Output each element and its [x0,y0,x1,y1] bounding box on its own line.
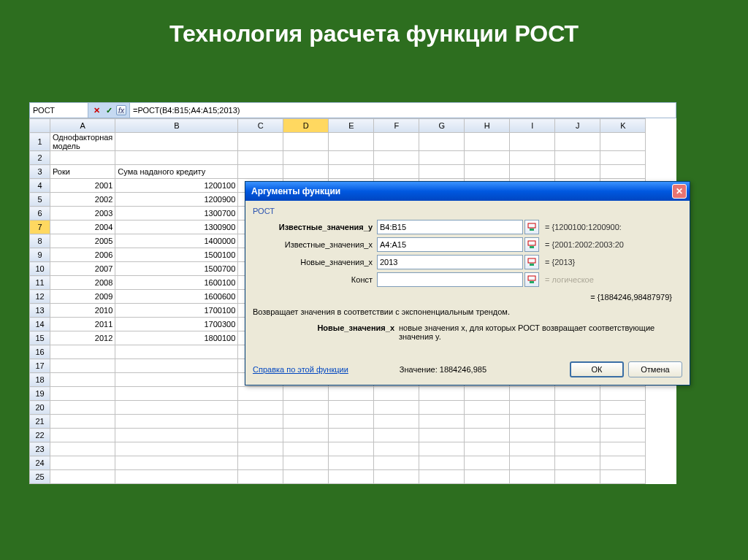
arg-input-0[interactable] [377,220,523,234]
cell-J3[interactable] [555,165,600,179]
cell-B6[interactable]: 1300700 [115,207,238,220]
row-header-19[interactable]: 19 [30,387,50,401]
cell-A21[interactable] [50,415,115,429]
row-header-20[interactable]: 20 [30,401,50,415]
cell-G24[interactable] [419,456,465,470]
row-header-16[interactable]: 16 [30,345,50,359]
cell-I24[interactable] [510,456,555,470]
cell-H2[interactable] [465,151,510,165]
cell-D1[interactable] [283,133,329,151]
cell-G19[interactable] [419,387,465,401]
cell-B14[interactable]: 1700300 [115,318,238,331]
row-header-4[interactable]: 4 [30,179,50,193]
row-header-5[interactable]: 5 [30,193,50,207]
cell-A23[interactable] [50,442,115,456]
cell-I25[interactable] [510,470,555,484]
cell-K3[interactable] [600,165,646,179]
cell-A10[interactable]: 2007 [50,262,115,276]
cancel-button[interactable]: Отмена [628,361,682,377]
cell-E22[interactable] [329,429,374,442]
cell-I23[interactable] [510,442,555,456]
cell-C2[interactable] [238,151,283,165]
ok-button[interactable]: ОК [570,361,624,377]
row-header-25[interactable]: 25 [30,470,50,484]
cell-E2[interactable] [329,151,374,165]
cell-D3[interactable] [283,165,329,179]
cell-B9[interactable]: 1500100 [115,248,238,262]
cell-B5[interactable]: 1200900 [115,193,238,207]
cell-D19[interactable] [283,387,329,401]
cell-G2[interactable] [419,151,465,165]
col-header-G[interactable]: G [419,119,465,133]
cell-C24[interactable] [238,456,283,470]
cell-G23[interactable] [419,442,465,456]
select-all-corner[interactable] [30,119,50,133]
cell-A18[interactable] [50,373,115,387]
cell-A24[interactable] [50,456,115,470]
cell-J19[interactable] [555,387,600,401]
cell-A20[interactable] [50,401,115,415]
row-header-15[interactable]: 15 [30,331,50,345]
cell-E19[interactable] [329,387,374,401]
range-select-icon[interactable] [524,220,539,234]
cell-J1[interactable] [555,133,600,151]
cell-H21[interactable] [465,415,510,429]
col-header-E[interactable]: E [329,119,374,133]
cell-D25[interactable] [283,470,329,484]
cell-G1[interactable] [419,133,465,151]
cancel-formula-icon[interactable]: ✕ [91,105,102,115]
cell-I22[interactable] [510,429,555,442]
row-header-10[interactable]: 10 [30,262,50,276]
cell-F21[interactable] [374,415,419,429]
cell-G22[interactable] [419,429,465,442]
cell-B23[interactable] [115,442,238,456]
row-header-14[interactable]: 14 [30,318,50,331]
cell-C23[interactable] [238,442,283,456]
cell-B17[interactable] [115,359,238,373]
cell-H24[interactable] [465,456,510,470]
cell-B3[interactable]: Сума наданого кредиту [115,165,238,179]
row-header-12[interactable]: 12 [30,290,50,304]
cell-C1[interactable] [238,133,283,151]
col-header-C[interactable]: C [238,119,283,133]
cell-D23[interactable] [283,442,329,456]
range-select-icon[interactable] [524,272,539,287]
cell-B2[interactable] [115,151,238,165]
cell-B1[interactable] [115,133,238,151]
cell-G20[interactable] [419,401,465,415]
cell-E25[interactable] [329,470,374,484]
col-header-H[interactable]: H [465,119,510,133]
cell-B25[interactable] [115,470,238,484]
col-header-D[interactable]: D [283,119,329,133]
cell-F2[interactable] [374,151,419,165]
cell-A4[interactable]: 2001 [50,179,115,193]
cell-J21[interactable] [555,415,600,429]
cell-A16[interactable] [50,345,115,359]
cell-F23[interactable] [374,442,419,456]
arg-input-1[interactable] [377,237,523,252]
cell-C3[interactable] [238,165,283,179]
cell-E21[interactable] [329,415,374,429]
cell-B21[interactable] [115,415,238,429]
cell-J20[interactable] [555,401,600,415]
cell-J22[interactable] [555,429,600,442]
dialog-titlebar[interactable]: Аргументы функции ✕ [245,182,690,201]
cell-F1[interactable] [374,133,419,151]
row-header-11[interactable]: 11 [30,276,50,290]
cell-F3[interactable] [374,165,419,179]
cell-E24[interactable] [329,456,374,470]
cell-B8[interactable]: 1400000 [115,234,238,248]
cell-K2[interactable] [600,151,646,165]
cell-G21[interactable] [419,415,465,429]
cell-A5[interactable]: 2002 [50,193,115,207]
row-header-6[interactable]: 6 [30,207,50,220]
col-header-B[interactable]: B [115,119,238,133]
cell-C20[interactable] [238,401,283,415]
cell-I3[interactable] [510,165,555,179]
cell-C19[interactable] [238,387,283,401]
cell-A15[interactable]: 2012 [50,331,115,345]
row-header-8[interactable]: 8 [30,234,50,248]
accept-formula-icon[interactable]: ✓ [104,105,114,115]
cell-A6[interactable]: 2003 [50,207,115,220]
cell-H25[interactable] [465,470,510,484]
